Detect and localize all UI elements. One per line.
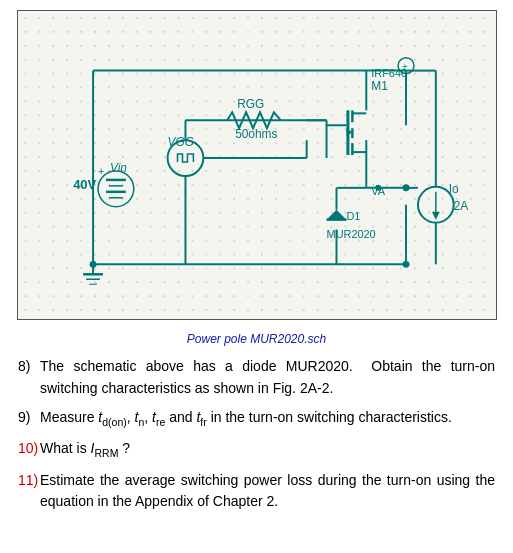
svg-text:Io: Io bbox=[448, 182, 458, 196]
svg-point-66 bbox=[402, 261, 409, 268]
svg-text:MUR2020: MUR2020 bbox=[326, 228, 375, 240]
svg-rect-1 bbox=[18, 11, 495, 319]
svg-point-65 bbox=[402, 184, 409, 191]
q11-number: 11) bbox=[18, 470, 40, 492]
svg-text:VGG: VGG bbox=[167, 135, 193, 149]
svg-text:D1: D1 bbox=[346, 210, 360, 222]
questions-section: 8) The schematic above has a diode MUR20… bbox=[10, 356, 503, 513]
q8-text: The schematic above has a diode MUR2020.… bbox=[40, 356, 495, 399]
q9-text: Measure td(on), tn, tre and tfr in the t… bbox=[40, 407, 495, 430]
q10-number: 10) bbox=[18, 438, 40, 460]
question-11: 11) Estimate the average switching power… bbox=[18, 470, 495, 513]
schematic-caption: Power pole MUR2020.sch bbox=[10, 332, 503, 346]
question-9: 9) Measure td(on), tn, tre and tfr in th… bbox=[18, 407, 495, 430]
q11-text: Estimate the average switching power los… bbox=[40, 470, 495, 513]
q10-text: What is IRRM ? bbox=[40, 438, 495, 461]
question-10: 10) What is IRRM ? bbox=[18, 438, 495, 461]
svg-text:40V: 40V bbox=[73, 177, 96, 192]
q9-number: 9) bbox=[18, 407, 40, 429]
svg-text:RGG: RGG bbox=[237, 97, 264, 111]
svg-text:2A: 2A bbox=[453, 199, 468, 213]
svg-point-67 bbox=[89, 261, 96, 268]
svg-text:50ohms: 50ohms bbox=[235, 127, 277, 141]
question-8: 8) The schematic above has a diode MUR20… bbox=[18, 356, 495, 399]
schematic-container: VGG RGG 50ohms bbox=[17, 10, 497, 320]
q8-number: 8) bbox=[18, 356, 40, 378]
svg-text:M1: M1 bbox=[371, 79, 388, 93]
